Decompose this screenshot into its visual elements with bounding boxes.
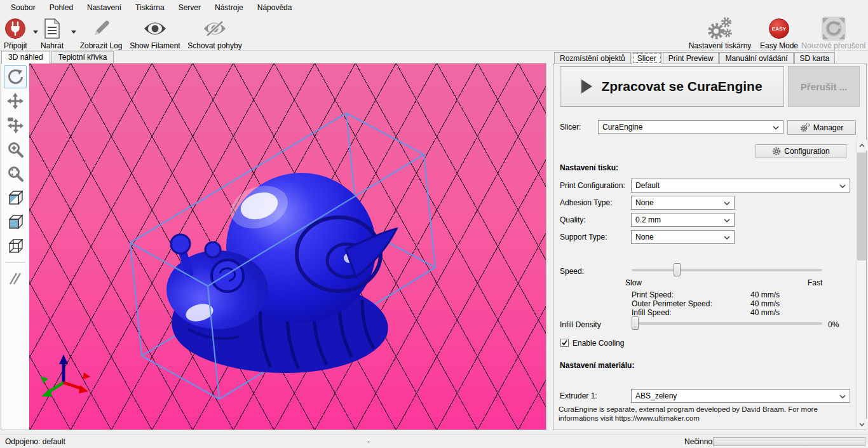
menu-item-server[interactable]: Server (172, 1, 208, 15)
quality-select[interactable]: 0.2 mm (631, 213, 735, 227)
eye-slash-icon (203, 17, 227, 41)
adhesion-type-select[interactable]: None (631, 196, 735, 210)
slicer-label: Slicer: (560, 123, 581, 132)
tab-manualni-ovladani[interactable]: Manuální ovládání (719, 52, 793, 64)
gear-icon (772, 147, 781, 156)
print-bed-canvas[interactable] (29, 64, 546, 430)
tab-teplotni-krivka[interactable]: Teplotní křivka (51, 51, 114, 63)
menu-item-soubor[interactable]: Soubor (4, 1, 43, 15)
manager-button[interactable]: Manager (787, 120, 856, 135)
speed-slider-thumb[interactable] (674, 263, 681, 276)
speed-fast-label: Fast (808, 278, 822, 287)
print-configuration-select[interactable]: Default (631, 179, 850, 193)
show-filament-button[interactable]: Show Filament (126, 17, 184, 50)
chevron-down-icon (839, 184, 846, 188)
move-icon (7, 93, 24, 109)
print-configuration-label: Print Configuration: (560, 181, 625, 190)
parallel-projection-button[interactable] (4, 267, 27, 290)
curaengine-info-text: CuraEngine is separate, external program… (559, 405, 857, 423)
wire-view-button[interactable] (4, 234, 27, 257)
support-type-label: Support Type: (560, 233, 607, 241)
easy-mode-button[interactable]: EASY Easy Mode (756, 17, 802, 50)
menu-bar: Soubor Pohled Nastavení Tiskárna Server … (0, 0, 868, 15)
eye-icon (143, 17, 167, 41)
zoom-button[interactable] (4, 138, 27, 161)
emergency-stop-button[interactable]: Nouzové přerušení (802, 17, 865, 50)
emergency-stop-icon (821, 17, 846, 41)
infill-density-value: 0% (828, 320, 839, 329)
infill-density-slider[interactable] (632, 322, 822, 325)
tab-slicer[interactable]: Slicer (632, 52, 662, 64)
check-icon (561, 339, 568, 346)
toolstrip-separator (6, 262, 25, 263)
support-type-select[interactable]: None (631, 230, 735, 244)
connect-dropdown-caret[interactable] (33, 31, 38, 34)
speed-label: Speed: (560, 267, 584, 276)
load-button[interactable]: Nahrát (41, 17, 64, 50)
cube-iso-icon (6, 189, 24, 207)
rotate-view-button[interactable] (4, 65, 27, 88)
chevron-down-icon (859, 423, 865, 426)
front-view-button[interactable] (4, 210, 27, 233)
speed-slow-label: Slow (625, 278, 642, 287)
menu-item-nastroje[interactable]: Nástroje (208, 1, 250, 15)
tab-rozmisteni-objektu[interactable]: Rozmístění objektů (554, 52, 631, 64)
material-settings-header: Nastavení materiálu: (560, 361, 634, 370)
origin-axes-indicator (41, 355, 90, 397)
chevron-up-icon (859, 144, 865, 147)
scroll-up-arrow[interactable] (857, 140, 867, 151)
scrollbar-thumb[interactable] (857, 153, 866, 261)
extruder1-select[interactable]: ABS_zeleny (631, 389, 850, 403)
status-center: - (367, 437, 370, 446)
menu-item-napoveda[interactable]: Nápověda (250, 1, 299, 15)
enable-cooling-checkbox[interactable] (560, 339, 569, 347)
status-bar: Odpojeno: default - Nečinnost. (0, 434, 868, 448)
menu-item-nastaveni[interactable]: Nastavení (80, 1, 128, 15)
move-object-button[interactable] (4, 114, 27, 137)
infill-density-slider-thumb[interactable] (632, 316, 639, 330)
panel-scrollbar[interactable] (856, 140, 866, 430)
cube-front-icon (6, 213, 24, 231)
tab-print-preview[interactable]: Print Preview (663, 52, 719, 64)
easy-mode-icon: EASY (769, 17, 789, 41)
outer-perimeter-speed-label: Outer Perimeter Speed: (632, 299, 712, 308)
connect-button[interactable]: Připojit (4, 17, 27, 50)
rotate-icon (7, 69, 24, 85)
gears-icon (706, 17, 734, 41)
zoom-fit-icon (7, 165, 24, 182)
model-snail[interactable] (166, 173, 397, 373)
cube-wireframe-icon (6, 237, 24, 255)
enable-cooling-label: Enable Cooling (573, 339, 624, 348)
slicer-panel: Zpracovat se CuraEngine Přerušit ... Sli… (553, 64, 867, 430)
quality-label: Quality: (560, 215, 586, 224)
menu-item-pohled[interactable]: Pohled (43, 1, 80, 15)
menu-item-tiskarna[interactable]: Tiskárna (128, 1, 172, 15)
slice-button[interactable]: Zpracovat se CuraEngine (560, 66, 784, 107)
viewport-3d (1, 63, 546, 430)
fit-view-button[interactable] (4, 162, 27, 185)
move-object-icon (7, 117, 24, 133)
printer-settings-button[interactable]: Nastavení tiskárny (686, 17, 754, 50)
configuration-button[interactable]: Configuration (756, 144, 846, 158)
hide-moves-button[interactable]: Schovat pohyby (184, 17, 245, 50)
iso-view-button[interactable] (4, 186, 27, 209)
slicer-select[interactable]: CuraEngine (598, 120, 783, 134)
tab-sd-karta[interactable]: SD karta (794, 52, 836, 64)
show-log-button[interactable]: Zobrazit Log (79, 17, 123, 50)
extruder1-label: Extruder 1: (560, 391, 597, 400)
infill-speed-value: 40 mm/s (750, 308, 780, 317)
move-view-button[interactable] (4, 90, 27, 112)
play-icon (581, 79, 592, 93)
infill-speed-label: Infill Speed: (632, 308, 672, 317)
outer-perimeter-speed-value: 40 mm/s (750, 299, 780, 308)
speed-slider[interactable] (632, 269, 822, 271)
scroll-down-arrow[interactable] (857, 419, 867, 430)
gears-small-icon (800, 123, 810, 132)
tab-3d-nahled[interactable]: 3D náhled (1, 51, 50, 64)
load-dropdown-caret[interactable] (71, 31, 76, 34)
kill-slicing-button[interactable]: Přerušit ... (788, 66, 860, 107)
main-toolbar: Připojit Nahrát Zobrazit Log (0, 15, 868, 51)
chevron-down-icon (839, 395, 846, 398)
progress-bar (713, 437, 865, 446)
zoom-in-icon (7, 141, 24, 158)
